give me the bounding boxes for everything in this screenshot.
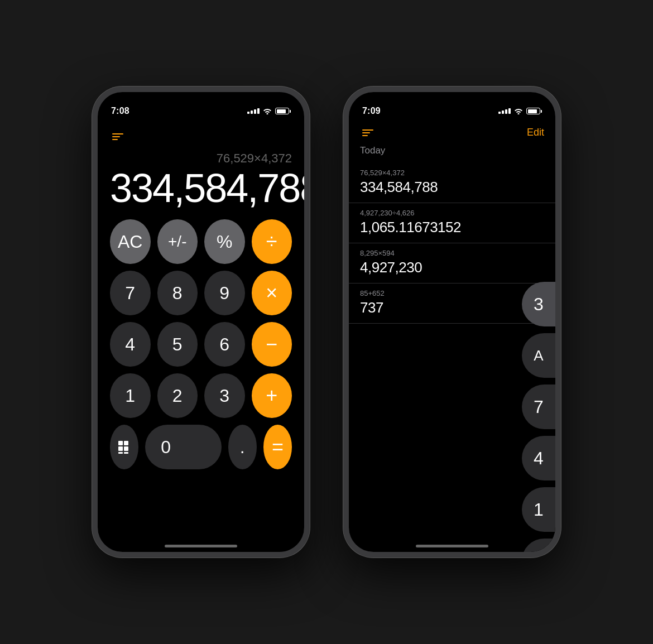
- button-row-5: 0 . =: [110, 425, 292, 469]
- history-signal-icon: [498, 108, 511, 114]
- partial-btn-grid: [522, 539, 555, 552]
- history-status-time: 7:09: [362, 106, 381, 116]
- svg-rect-0: [118, 441, 123, 445]
- today-label: Today: [349, 145, 555, 163]
- history-result-3: 4,927,230: [360, 259, 544, 276]
- partial-btn-1: 1: [522, 487, 555, 532]
- grid-icon: [117, 439, 132, 455]
- calc-buttons: AC +/- % ÷ 7 8 9 × 4 5 6 −: [107, 219, 295, 469]
- three-button[interactable]: 3: [204, 373, 245, 418]
- status-icons: [247, 108, 291, 114]
- home-indicator: [165, 545, 237, 547]
- percent-button[interactable]: %: [204, 219, 245, 264]
- partial-calc-buttons: 3 A 7 4 1: [522, 282, 555, 552]
- six-button[interactable]: 6: [204, 322, 245, 367]
- calc-header: [107, 122, 295, 151]
- button-row-4: 1 2 3 +: [110, 373, 292, 418]
- button-row-3: 4 5 6 −: [110, 322, 292, 367]
- signal-icon: [247, 108, 260, 114]
- history-expression-1: 76,529×4,372: [360, 169, 544, 177]
- seven-button[interactable]: 7: [110, 271, 151, 315]
- button-row-1: AC +/- % ÷: [110, 219, 292, 264]
- battery-icon: [275, 108, 291, 114]
- history-wifi-icon: [514, 108, 523, 114]
- calc-display: 76,529×4,372 334,584,788: [107, 151, 295, 219]
- edit-button[interactable]: Edit: [527, 127, 544, 138]
- nine-button[interactable]: 9: [204, 271, 245, 315]
- history-battery-icon: [526, 108, 542, 114]
- history-menu-icon: [362, 129, 373, 136]
- svg-rect-3: [124, 446, 128, 451]
- phone-history: 7:09: [343, 86, 561, 558]
- history-result-4: 737: [360, 299, 544, 316]
- history-expression-2: 4,927,230÷4,626: [360, 209, 544, 217]
- svg-rect-1: [124, 441, 128, 445]
- history-item-2[interactable]: 4,927,230÷4,626 1,065.11673152: [349, 203, 555, 243]
- menu-button[interactable]: [110, 131, 126, 142]
- history-menu-button[interactable]: [360, 127, 376, 138]
- zero-button[interactable]: 0: [145, 425, 221, 469]
- svg-rect-4: [118, 452, 123, 454]
- two-button[interactable]: 2: [157, 373, 198, 418]
- minus-button[interactable]: −: [252, 322, 292, 367]
- four-button[interactable]: 4: [110, 322, 151, 367]
- svg-rect-2: [118, 446, 123, 451]
- divide-button[interactable]: ÷: [252, 219, 292, 264]
- partial-btn-7: 7: [522, 385, 555, 429]
- decimal-button[interactable]: .: [228, 425, 257, 469]
- calculator-app: 76,529×4,372 334,584,788 AC +/- % ÷ 7 8 …: [98, 122, 304, 469]
- wifi-icon: [263, 108, 272, 114]
- multiply-button[interactable]: ×: [252, 271, 292, 315]
- history-screen: 7:09: [349, 92, 555, 552]
- status-time: 7:08: [111, 106, 129, 116]
- calc-expression: 76,529×4,372: [110, 151, 292, 166]
- one-button[interactable]: 1: [110, 373, 151, 418]
- partial-btn-4: 4: [522, 436, 555, 480]
- plus-minus-button[interactable]: +/-: [157, 219, 198, 264]
- history-item-1[interactable]: 76,529×4,372 334,584,788: [349, 163, 555, 203]
- plus-button[interactable]: +: [252, 373, 292, 418]
- partial-btn-3: 3: [522, 282, 555, 326]
- button-row-2: 7 8 9 ×: [110, 271, 292, 315]
- eight-button[interactable]: 8: [157, 271, 198, 315]
- menu-icon: [112, 133, 123, 140]
- phone-calculator: 7:08: [92, 86, 310, 558]
- history-result-1: 334,584,788: [360, 179, 544, 196]
- history-result-2: 1,065.11673152: [360, 219, 544, 236]
- history-home-indicator: [416, 545, 488, 547]
- history-item-3[interactable]: 8,295×594 4,927,230: [349, 243, 555, 283]
- status-bar: 7:08: [98, 92, 304, 122]
- five-button[interactable]: 5: [157, 322, 198, 367]
- calc-result: 334,584,788: [110, 168, 292, 208]
- history-header: Edit: [349, 122, 555, 145]
- equals-button[interactable]: =: [263, 425, 292, 469]
- history-expression-3: 8,295×594: [360, 249, 544, 257]
- svg-rect-5: [124, 452, 128, 454]
- calculator-screen: 7:08: [98, 92, 304, 552]
- dynamic-island: [419, 99, 486, 118]
- history-expression-4: 85+652: [360, 289, 544, 297]
- partial-btn-a: A: [522, 333, 555, 378]
- history-status-icons: [498, 108, 542, 114]
- calculator-icon-button[interactable]: [110, 425, 138, 469]
- ac-button[interactable]: AC: [110, 219, 151, 264]
